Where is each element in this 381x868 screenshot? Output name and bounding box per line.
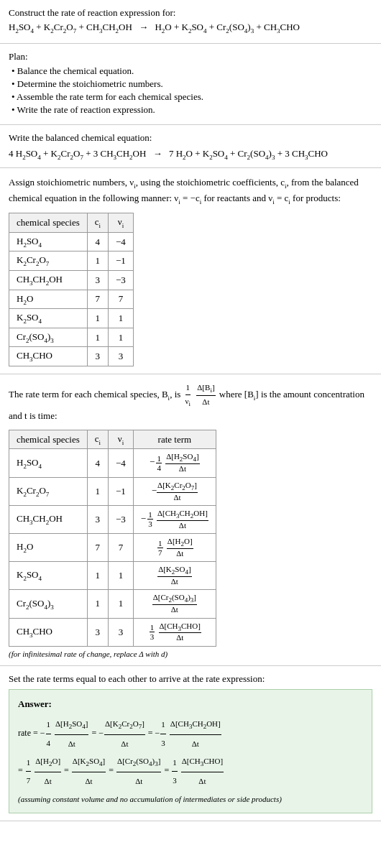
rt-species-k2so4: K2SO4	[9, 562, 88, 590]
c-k2so4: 1	[87, 309, 108, 328]
rate-table: chemical species ci νi rate term H2SO4 4…	[9, 430, 216, 647]
plan-section: Plan: • Balance the chemical equation. •…	[0, 44, 381, 125]
rt-species-ch3ch2oh: CH3CH2OH	[9, 505, 88, 533]
balanced-section: Write the balanced chemical equation: 4 …	[0, 125, 381, 169]
rt-v-k2so4: 1	[109, 562, 134, 590]
v-h2so4: −4	[109, 232, 134, 251]
rt-v-k2cr2o7: −1	[109, 477, 134, 505]
answer-rate: rate = −14 Δ[H2SO4]Δt = −Δ[K2Cr2O7]Δt = …	[18, 715, 363, 790]
species-ch3cho: CH3CHO	[9, 347, 88, 366]
table-row: CH3CH2OH 3 −3 −13 Δ[CH3CH2OH]Δt	[9, 505, 216, 533]
species-h2so4: H2SO4	[9, 232, 88, 251]
c-ch3ch2oh: 3	[87, 270, 108, 290]
rt-v-ch3ch2oh: −3	[109, 505, 134, 533]
rate-intro: The rate term for each chemical species,…	[9, 382, 372, 424]
col-vi-rt: νi	[109, 430, 134, 449]
c-h2so4: 4	[87, 232, 108, 251]
table-row: K2Cr2O7 1 −1	[9, 251, 134, 271]
delta-bi-fraction: Δ[Bi] Δt	[196, 382, 215, 409]
rt-term-k2cr2o7: −Δ[K2Cr2O7]Δt	[133, 477, 216, 505]
plan-title: Plan:	[9, 51, 372, 63]
table-row: H2SO4 4 −4 −14 Δ[H2SO4]Δt	[9, 449, 216, 477]
set-equal-label: Set the rate terms equal to each other t…	[9, 673, 372, 685]
answer-label: Answer:	[18, 696, 363, 712]
v-k2so4: 1	[109, 309, 134, 328]
v-ch3cho: 3	[109, 347, 134, 366]
balanced-equation: 4 H2SO4 + K2Cr2O7 + 3 CH3CH2OH → 7 H2O +…	[9, 148, 372, 161]
col-species-rt: chemical species	[9, 430, 88, 449]
col-species: chemical species	[9, 213, 88, 233]
rate-note: (for infinitesimal rate of change, repla…	[9, 650, 372, 658]
species-k2cr2o7: K2Cr2O7	[9, 251, 88, 271]
table-row: CH3CH2OH 3 −3	[9, 270, 134, 290]
table-row: K2SO4 1 1	[9, 309, 134, 328]
answer-box: Answer: rate = −14 Δ[H2SO4]Δt = −Δ[K2Cr2…	[9, 689, 372, 814]
rt-species-h2so4: H2SO4	[9, 449, 88, 477]
rate-fraction: 1 νi	[185, 382, 192, 409]
answer-note: (assuming constant volume and no accumul…	[18, 793, 363, 807]
construct-label: Construct the rate of reaction expressio…	[9, 7, 372, 19]
table-row: H2SO4 4 −4	[9, 232, 134, 251]
v-h2o: 7	[109, 290, 134, 309]
table-row: H2O 7 7 17 Δ[H2O]Δt	[9, 533, 216, 561]
stoich-intro: Assign stoichiometric numbers, νi, using…	[9, 175, 372, 207]
original-reaction: H2SO4 + K2Cr2O7 + CH3CH2OH → H2O + K2SO4…	[9, 22, 372, 34]
rt-species-ch3cho: CH3CHO	[9, 618, 88, 646]
rt-v-ch3cho: 3	[109, 618, 134, 646]
rt-term-ch3ch2oh: −13 Δ[CH3CH2OH]Δt	[133, 505, 216, 533]
rt-term-ch3cho: 13 Δ[CH3CHO]Δt	[133, 618, 216, 646]
col-vi: νi	[109, 213, 134, 233]
c-k2cr2o7: 1	[87, 251, 108, 271]
table-row: CH3CHO 3 3 13 Δ[CH3CHO]Δt	[9, 618, 216, 646]
rate-section: The rate term for each chemical species,…	[0, 374, 381, 666]
col-ci-rt: ci	[87, 430, 108, 449]
species-cr2so43: Cr2(SO4)3	[9, 328, 88, 347]
plan-item-4: • Write the rate of reaction expression.	[12, 104, 372, 116]
rt-v-h2so4: −4	[109, 449, 134, 477]
stoich-section: Assign stoichiometric numbers, νi, using…	[0, 168, 381, 374]
table-row: Cr2(SO4)3 1 1	[9, 328, 134, 347]
rt-c-ch3ch2oh: 3	[87, 505, 108, 533]
col-rate-term: rate term	[133, 430, 216, 449]
plan-item-3: • Assemble the rate term for each chemic…	[12, 91, 372, 103]
rt-species-k2cr2o7: K2Cr2O7	[9, 477, 88, 505]
v-ch3ch2oh: −3	[109, 270, 134, 290]
rt-v-h2o: 7	[109, 533, 134, 561]
rt-c-h2o: 7	[87, 533, 108, 561]
col-ci: ci	[87, 213, 108, 233]
stoich-table: chemical species ci νi H2SO4 4 −4 K2Cr2O…	[9, 213, 134, 366]
balanced-label: Write the balanced chemical equation:	[9, 132, 372, 144]
species-ch3ch2oh: CH3CH2OH	[9, 270, 88, 290]
rt-term-cr2so43: Δ[Cr2(SO4)3]Δt	[133, 590, 216, 618]
rt-term-h2so4: −14 Δ[H2SO4]Δt	[133, 449, 216, 477]
c-h2o: 7	[87, 290, 108, 309]
v-k2cr2o7: −1	[109, 251, 134, 271]
rt-c-cr2so43: 1	[87, 590, 108, 618]
table-row: K2Cr2O7 1 −1 −Δ[K2Cr2O7]Δt	[9, 477, 216, 505]
rt-c-k2cr2o7: 1	[87, 477, 108, 505]
header-section: Construct the rate of reaction expressio…	[0, 0, 381, 44]
rt-c-ch3cho: 3	[87, 618, 108, 646]
table-row: H2O 7 7	[9, 290, 134, 309]
c-cr2so43: 1	[87, 328, 108, 347]
table-row: K2SO4 1 1 Δ[K2SO4]Δt	[9, 562, 216, 590]
table-row: CH3CHO 3 3	[9, 347, 134, 366]
species-h2o: H2O	[9, 290, 88, 309]
rt-c-k2so4: 1	[87, 562, 108, 590]
rt-v-cr2so43: 1	[109, 590, 134, 618]
rt-term-k2so4: Δ[K2SO4]Δt	[133, 562, 216, 590]
v-cr2so43: 1	[109, 328, 134, 347]
table-row: Cr2(SO4)3 1 1 Δ[Cr2(SO4)3]Δt	[9, 590, 216, 618]
c-ch3cho: 3	[87, 347, 108, 366]
rt-c-h2so4: 4	[87, 449, 108, 477]
plan-item-1: • Balance the chemical equation.	[12, 65, 372, 77]
answer-section: Set the rate terms equal to each other t…	[0, 666, 381, 822]
plan-item-2: • Determine the stoichiometric numbers.	[12, 78, 372, 90]
species-k2so4: K2SO4	[9, 309, 88, 328]
rt-species-cr2so43: Cr2(SO4)3	[9, 590, 88, 618]
rt-term-h2o: 17 Δ[H2O]Δt	[133, 533, 216, 561]
rt-species-h2o: H2O	[9, 533, 88, 561]
